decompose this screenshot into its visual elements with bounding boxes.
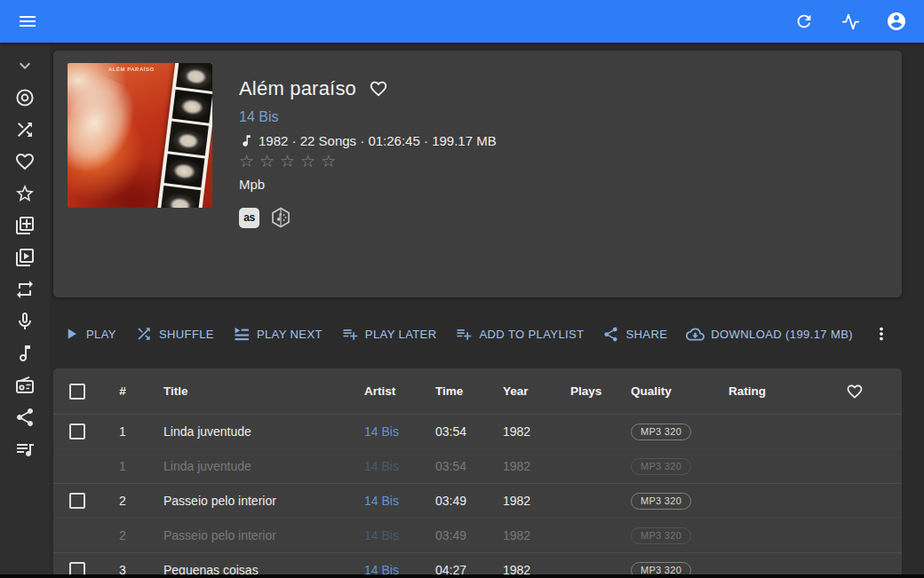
musicbrainz-icon[interactable] — [270, 207, 291, 228]
row-artist-link[interactable]: 14 Bis — [364, 424, 435, 439]
row-time: 03:49 — [435, 494, 503, 508]
column-header-quality[interactable]: Quality — [625, 384, 729, 398]
sidebar-item-favourites[interactable] — [0, 146, 50, 178]
row-artist-link[interactable]: 14 Bis — [364, 459, 435, 473]
shuffle-button-label: SHUFFLE — [159, 328, 214, 341]
rating-stars[interactable]: ☆☆☆☆☆ — [239, 151, 341, 171]
menu-icon[interactable] — [16, 10, 39, 33]
sidebar-item-radios[interactable] — [0, 369, 50, 401]
play-button-label: PLAY — [86, 328, 116, 341]
play-next-button-label: PLAY NEXT — [257, 328, 323, 341]
column-header-num[interactable]: # — [103, 384, 142, 398]
row-track-number: 1 — [103, 459, 142, 473]
row-song-title: Linda juventude — [142, 459, 364, 473]
account-icon[interactable] — [885, 10, 908, 33]
album-art-face — [172, 89, 212, 123]
app-bar — [0, 0, 924, 43]
album-art-face — [176, 63, 212, 91]
row-time: 03:54 — [435, 459, 503, 473]
play-later-button-label: PLAY LATER — [365, 328, 437, 341]
sidebar-item-recently-added[interactable] — [0, 210, 50, 241]
table-header-row: # Title Artist Time Year Plays Quality R… — [53, 368, 902, 414]
column-header-title[interactable]: Title — [142, 384, 364, 398]
album-genre: Mpb — [239, 177, 497, 192]
download-button-label: DOWNLOAD (199.17 MB) — [711, 328, 853, 341]
album-art-face — [168, 122, 209, 155]
sidebar-item-artists[interactable] — [0, 305, 50, 337]
row-song-title: Passeio pelo interior — [142, 494, 364, 508]
select-all-checkbox[interactable] — [69, 384, 85, 400]
songs-table: # Title Artist Time Year Plays Quality R… — [53, 368, 902, 578]
play-later-button[interactable]: PLAY LATER — [341, 325, 437, 343]
album-header-card: ALÉM PARAÍSO 14 BIS Além paraíso 14 Bis — [53, 51, 902, 297]
add-to-playlist-button[interactable]: ADD TO PLAYLIST — [455, 325, 584, 343]
row-track-number: 2 — [103, 494, 142, 508]
table-row[interactable]: 2 Passeio pelo interior 14 Bis 03:49 198… — [53, 518, 902, 552]
share-button[interactable]: SHARE — [602, 326, 667, 343]
column-header-plays[interactable]: Plays — [570, 384, 625, 398]
row-song-title: Passeio pelo interior — [142, 528, 364, 542]
row-time: 03:49 — [435, 528, 503, 542]
sidebar-item-shares[interactable] — [0, 401, 50, 433]
row-checkbox[interactable] — [69, 493, 85, 509]
main-content: ALÉM PARAÍSO 14 BIS Além paraíso 14 Bis — [53, 51, 902, 578]
album-info: Além paraíso 14 Bis 1982 · 22 Songs · 01… — [212, 63, 497, 285]
sidebar-item-albums[interactable] — [0, 82, 50, 114]
row-artist-link[interactable]: 14 Bis — [364, 494, 435, 508]
table-row[interactable]: 2 Passeio pelo interior 14 Bis 03:49 198… — [53, 483, 902, 518]
sidebar — [0, 43, 50, 578]
album-details-text: 1982 · 22 Songs · 01:26:45 · 199.17 MB — [259, 133, 497, 148]
column-header-year[interactable]: Year — [503, 384, 570, 398]
table-row[interactable]: 1 Linda juventude 14 Bis 03:54 1982 MP3 … — [53, 448, 902, 483]
sidebar-item-songs[interactable] — [0, 337, 50, 369]
row-year: 1982 — [503, 494, 570, 508]
download-button[interactable]: DOWNLOAD (199.17 MB) — [686, 325, 853, 344]
favorite-heart-icon[interactable] — [369, 79, 388, 99]
row-year: 1982 — [503, 528, 570, 542]
row-quality-chip: MP3 320 — [631, 493, 691, 510]
column-header-rating[interactable]: Rating — [729, 384, 835, 398]
row-quality-chip: MP3 320 — [631, 458, 691, 475]
album-title: Além paraíso — [239, 77, 356, 100]
row-song-title: Linda juventude — [142, 424, 364, 439]
table-body: 1 Linda juventude 14 Bis 03:54 1982 MP3 … — [53, 414, 902, 578]
refresh-icon[interactable] — [793, 10, 816, 33]
column-header-time[interactable]: Time — [435, 384, 503, 398]
sidebar-item-recently-played[interactable] — [0, 241, 50, 273]
row-year: 1982 — [503, 459, 570, 473]
lastfm-icon[interactable]: as — [239, 208, 259, 228]
sidebar-item-top-rated[interactable] — [0, 178, 50, 210]
album-cover-art: ALÉM PARAÍSO 14 BIS — [68, 63, 212, 208]
album-artist-link[interactable]: 14 Bis — [239, 109, 278, 125]
sidebar-item-most-played[interactable] — [0, 273, 50, 305]
column-header-favorite-heart-icon[interactable] — [835, 383, 902, 400]
album-art-face — [160, 186, 201, 208]
share-button-label: SHARE — [625, 328, 667, 341]
more-options-icon[interactable] — [872, 324, 891, 344]
row-quality-chip: MP3 320 — [631, 424, 691, 440]
album-art-face — [164, 154, 205, 187]
column-header-artist[interactable]: Artist — [364, 384, 435, 398]
sidebar-collapse-chevron-icon[interactable] — [0, 50, 50, 82]
row-track-number: 1 — [103, 424, 142, 439]
shuffle-button[interactable]: SHUFFLE — [135, 325, 214, 343]
sidebar-item-playlists[interactable] — [0, 433, 50, 465]
row-artist-link[interactable]: 14 Bis — [364, 528, 435, 542]
sidebar-item-random[interactable] — [0, 114, 50, 146]
bottom-edge-strip — [0, 574, 924, 578]
album-art-filmstrip — [156, 63, 212, 208]
row-checkbox[interactable] — [69, 424, 85, 439]
play-next-button[interactable]: PLAY NEXT — [233, 325, 323, 343]
table-row[interactable]: 1 Linda juventude 14 Bis 03:54 1982 MP3 … — [53, 414, 902, 448]
row-quality-chip: MP3 320 — [631, 527, 691, 544]
row-track-number: 2 — [103, 528, 142, 542]
play-button[interactable]: PLAY — [62, 325, 116, 343]
album-art-title-text: ALÉM PARAÍSO — [108, 67, 155, 72]
music-note-icon — [239, 133, 254, 148]
activity-icon[interactable] — [839, 10, 862, 33]
row-year: 1982 — [503, 424, 570, 439]
add-to-playlist-button-label: ADD TO PLAYLIST — [479, 328, 584, 341]
action-toolbar: PLAY SHUFFLE PLAY NEXT PLAY LATER ADD TO… — [53, 321, 902, 346]
row-time: 03:54 — [435, 424, 503, 439]
